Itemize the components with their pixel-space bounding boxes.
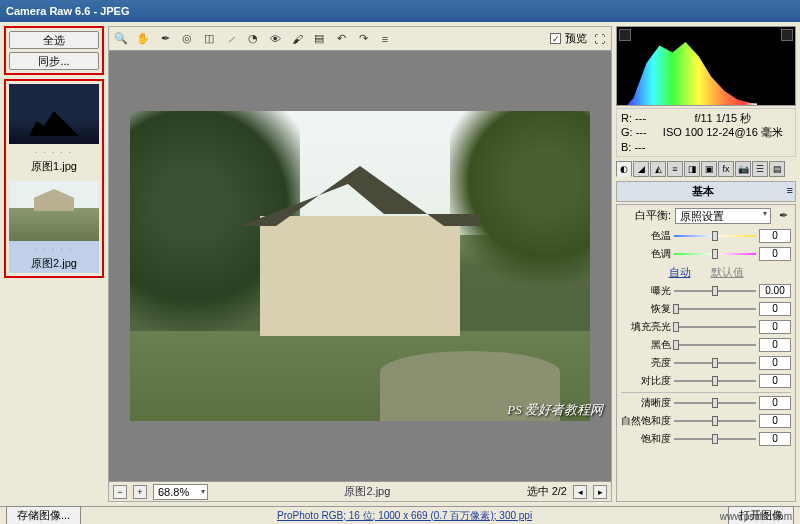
thumbnail-label: 原图2.jpg	[9, 254, 99, 273]
tab-split[interactable]: ◨	[684, 161, 700, 177]
sync-button[interactable]: 同步...	[9, 52, 99, 70]
toolbar-right: ✓ 预览 ⛶	[550, 31, 607, 47]
zoom-tool-icon[interactable]: 🔍	[113, 31, 129, 47]
tab-snapshots[interactable]: ▤	[769, 161, 785, 177]
wb-eyedropper-icon[interactable]: ✒	[775, 208, 791, 224]
adjustment-brush-icon[interactable]: 🖌	[289, 31, 305, 47]
thumbnail-rating[interactable]: . . . . .	[9, 241, 99, 254]
straighten-icon[interactable]: ⟋	[223, 31, 239, 47]
tab-presets[interactable]: ☰	[752, 161, 768, 177]
histogram[interactable]	[616, 26, 796, 106]
preview-image	[130, 111, 590, 421]
prefs-icon[interactable]: ≡	[377, 31, 393, 47]
wb-select[interactable]: 原照设置	[675, 208, 771, 224]
clarity-slider[interactable]	[674, 396, 756, 410]
vibrance-label: 自然饱和度	[621, 414, 671, 428]
vibrance-value[interactable]	[759, 414, 791, 428]
eyedropper-icon[interactable]: ✒	[157, 31, 173, 47]
temp-value[interactable]	[759, 229, 791, 243]
right-column: R: --- G: --- B: --- f/11 1/15 秒 ISO 100…	[616, 26, 796, 502]
fill-slider[interactable]	[674, 320, 756, 334]
redeye-icon[interactable]: 👁	[267, 31, 283, 47]
tab-detail[interactable]: ◭	[650, 161, 666, 177]
exposure-slider[interactable]	[674, 284, 756, 298]
title-bar: Camera Raw 6.6 - JPEG	[0, 0, 800, 22]
select-all-label: 全选	[43, 33, 65, 48]
toolbar: 🔍 ✋ ✒ ◎ ◫ ⟋ ◔ 👁 🖌 ▤ ↶ ↷ ≡ ✓ 预览 ⛶	[109, 27, 611, 51]
thumbnail-item[interactable]: . . . . . 原图2.jpg	[9, 181, 99, 273]
watermark-text: PS 爱好者教程网	[507, 401, 603, 419]
color-sampler-icon[interactable]: ◎	[179, 31, 195, 47]
rotate-cw-icon[interactable]: ↷	[355, 31, 371, 47]
tab-camera[interactable]: 📷	[735, 161, 751, 177]
fullscreen-icon[interactable]: ⛶	[591, 31, 607, 47]
tab-basic[interactable]: ◐	[616, 161, 632, 177]
info-b: B: ---	[621, 140, 647, 154]
clarity-label: 清晰度	[621, 396, 671, 410]
sat-value[interactable]	[759, 432, 791, 446]
zoom-out-button[interactable]: −	[113, 485, 127, 499]
crop-icon[interactable]: ◫	[201, 31, 217, 47]
exposure-value[interactable]	[759, 284, 791, 298]
app-title: Camera Raw 6.6 - JPEG	[6, 5, 130, 17]
info-g: G: ---	[621, 125, 647, 139]
info-r: R: ---	[621, 111, 647, 125]
zoom-in-button[interactable]: +	[133, 485, 147, 499]
contrast-slider[interactable]	[674, 374, 756, 388]
thumbnail-rating[interactable]: . . . . .	[9, 144, 99, 157]
tab-fx[interactable]: fx	[718, 161, 734, 177]
clarity-value[interactable]	[759, 396, 791, 410]
panel-tabs: ◐ ◢ ◭ ≡ ◨ ▣ fx 📷 ☰ ▤	[616, 159, 796, 179]
zoom-select[interactable]: 68.8%	[153, 484, 208, 500]
preview-label: 预览	[565, 31, 587, 46]
preview-checkbox[interactable]: ✓	[550, 33, 561, 44]
panel-menu-icon[interactable]: ≡	[787, 184, 793, 196]
recovery-value[interactable]	[759, 302, 791, 316]
main-area: 全选 同步... . . . . . 原图1.jpg . . . . . 原图2…	[0, 22, 800, 506]
status-bar: − + 68.8% 原图2.jpg 选中 2/2 ◂ ▸	[109, 481, 611, 501]
tab-curve[interactable]: ◢	[633, 161, 649, 177]
sat-label: 饱和度	[621, 432, 671, 446]
left-column: 全选 同步... . . . . . 原图1.jpg . . . . . 原图2…	[4, 26, 104, 502]
workflow-link[interactable]: ProPhoto RGB; 16 位; 1000 x 669 (0.7 百万像素…	[81, 509, 728, 523]
panel-title: 基本 ≡	[616, 181, 796, 202]
thumbnail-strip: . . . . . 原图1.jpg . . . . . 原图2.jpg	[4, 79, 104, 278]
black-slider[interactable]	[674, 338, 756, 352]
thumbnail-item[interactable]: . . . . . 原图1.jpg	[9, 84, 99, 176]
next-image-button[interactable]: ▸	[593, 485, 607, 499]
default-link[interactable]: 默认值	[711, 265, 744, 280]
preview-area[interactable]: PS 爱好者教程网	[109, 51, 611, 481]
exposure-label: 曝光	[621, 284, 671, 298]
tab-lens[interactable]: ▣	[701, 161, 717, 177]
recovery-slider[interactable]	[674, 302, 756, 316]
info-aperture: f/11 1/15 秒	[655, 111, 791, 125]
wb-label: 白平衡:	[621, 208, 671, 223]
graduated-filter-icon[interactable]: ▤	[311, 31, 327, 47]
tint-label: 色调	[621, 247, 671, 261]
contrast-label: 对比度	[621, 374, 671, 388]
highlight-clip-icon[interactable]	[781, 29, 793, 41]
tint-slider[interactable]	[674, 247, 756, 261]
rotate-ccw-icon[interactable]: ↶	[333, 31, 349, 47]
prev-image-button[interactable]: ◂	[573, 485, 587, 499]
fill-value[interactable]	[759, 320, 791, 334]
thumbnail-label: 原图1.jpg	[9, 157, 99, 176]
sat-slider[interactable]	[674, 432, 756, 446]
auto-link[interactable]: 自动	[669, 265, 691, 280]
recovery-label: 恢复	[621, 302, 671, 316]
black-value[interactable]	[759, 338, 791, 352]
spot-removal-icon[interactable]: ◔	[245, 31, 261, 47]
bright-slider[interactable]	[674, 356, 756, 370]
temp-slider[interactable]	[674, 229, 756, 243]
fill-label: 填充亮光	[621, 320, 671, 334]
tint-value[interactable]	[759, 247, 791, 261]
select-all-button[interactable]: 全选	[9, 31, 99, 49]
info-iso: ISO 100 12-24@16 毫米	[655, 125, 791, 139]
save-image-button[interactable]: 存储图像...	[6, 506, 81, 524]
shadow-clip-icon[interactable]	[619, 29, 631, 41]
bright-value[interactable]	[759, 356, 791, 370]
contrast-value[interactable]	[759, 374, 791, 388]
tab-hsl[interactable]: ≡	[667, 161, 683, 177]
vibrance-slider[interactable]	[674, 414, 756, 428]
hand-tool-icon[interactable]: ✋	[135, 31, 151, 47]
